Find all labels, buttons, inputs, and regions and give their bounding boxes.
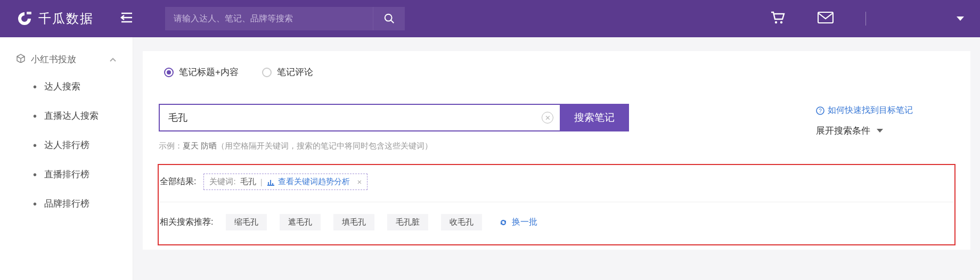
keyword-value: 毛孔 xyxy=(240,177,256,187)
brand-name: 千瓜数据 xyxy=(38,10,94,27)
svg-point-4 xyxy=(780,21,782,23)
chevron-down-icon xyxy=(877,129,883,133)
main-search-input[interactable] xyxy=(160,105,542,130)
sidebar-item-live-daren-search[interactable]: 直播达人搜索 xyxy=(0,101,133,130)
header-search xyxy=(165,7,405,30)
remove-keyword-icon[interactable]: × xyxy=(357,177,362,186)
rec-tag[interactable]: 毛孔脏 xyxy=(387,214,428,230)
refresh-recs[interactable]: 换一批 xyxy=(499,217,537,228)
brand-logo[interactable]: 千瓜数据 xyxy=(16,10,94,27)
sidebar: 小红书投放 达人搜索 直播达人搜索 达人排行榜 直播排行榜 品牌排行榜 xyxy=(0,37,133,280)
sidebar-item-live-rank[interactable]: 直播排行榜 xyxy=(0,160,133,189)
keyword-chip: 关键词: 毛孔 | 查看关键词趋势分析 × xyxy=(203,174,368,190)
trend-analysis-link[interactable]: 查看关键词趋势分析 xyxy=(267,177,350,187)
rec-tag[interactable]: 收毛孔 xyxy=(441,214,482,230)
all-results-label: 全部结果: xyxy=(160,176,196,187)
svg-point-1 xyxy=(385,14,391,21)
app-header: 千瓜数据 xyxy=(0,0,980,37)
related-search-row: 相关搜索推荐: 缩毛孔 遮毛孔 填毛孔 毛孔脏 收毛孔 换一批 xyxy=(160,202,953,230)
logo-icon xyxy=(16,10,33,27)
sidebar-group-label: 小红书投放 xyxy=(31,53,76,65)
clear-input-icon[interactable]: ✕ xyxy=(542,112,553,123)
user-menu[interactable] xyxy=(898,17,964,21)
header-search-button[interactable] xyxy=(373,7,405,30)
header-search-input[interactable] xyxy=(165,7,373,30)
expand-conditions[interactable]: 展开搜索条件 xyxy=(816,125,954,137)
rec-tag[interactable]: 遮毛孔 xyxy=(280,214,321,230)
box-icon xyxy=(16,53,26,65)
svg-rect-0 xyxy=(27,12,31,14)
refresh-icon xyxy=(499,218,508,227)
radio-icon xyxy=(262,68,272,77)
cart-icon[interactable] xyxy=(770,11,786,27)
search-scope-radio-group: 笔记标题+内容 笔记评论 xyxy=(159,66,954,78)
svg-line-2 xyxy=(390,20,394,23)
search-card: 笔记标题+内容 笔记评论 ✕ 搜索笔记 xyxy=(143,51,970,250)
help-icon: ? xyxy=(816,106,824,115)
rec-tag[interactable]: 填毛孔 xyxy=(333,214,374,230)
mail-icon[interactable] xyxy=(818,12,834,26)
svg-point-3 xyxy=(775,21,777,23)
main-search: ✕ xyxy=(159,104,561,131)
sidebar-group-xiaohongshu[interactable]: 小红书投放 xyxy=(0,47,133,72)
menu-collapse-icon[interactable] xyxy=(120,12,133,25)
all-results-row: 全部结果: 关键词: 毛孔 | 查看关键词趋势分析 × xyxy=(160,174,953,202)
related-label: 相关搜索推荐: xyxy=(160,217,213,228)
sidebar-item-daren-rank[interactable]: 达人排行榜 xyxy=(0,130,133,160)
search-hint: 示例：夏天 防晒（用空格隔开关键词，搜索的笔记中将同时包含这些关键词） xyxy=(159,141,787,151)
radio-icon xyxy=(164,68,174,77)
chevron-up-icon xyxy=(109,54,117,65)
chevron-down-icon xyxy=(957,17,964,21)
chart-icon xyxy=(267,178,275,186)
divider xyxy=(865,12,866,26)
radio-comments[interactable]: 笔记评论 xyxy=(262,66,313,78)
search-icon xyxy=(383,13,395,24)
header-right xyxy=(770,11,964,27)
svg-text:?: ? xyxy=(819,108,822,114)
search-notes-button[interactable]: 搜索笔记 xyxy=(560,104,629,131)
help-link[interactable]: ? 如何快速找到目标笔记 xyxy=(816,105,954,116)
highlight-region: 全部结果: 关键词: 毛孔 | 查看关键词趋势分析 × 相关搜索推荐: xyxy=(159,165,954,244)
sidebar-item-brand-rank[interactable]: 品牌排行榜 xyxy=(0,189,133,218)
rec-tag[interactable]: 缩毛孔 xyxy=(226,214,267,230)
svg-rect-5 xyxy=(818,12,833,23)
main-content: 笔记标题+内容 笔记评论 ✕ 搜索笔记 xyxy=(133,37,980,280)
radio-title-content[interactable]: 笔记标题+内容 xyxy=(164,66,239,78)
sidebar-item-daren-search[interactable]: 达人搜索 xyxy=(0,72,133,101)
